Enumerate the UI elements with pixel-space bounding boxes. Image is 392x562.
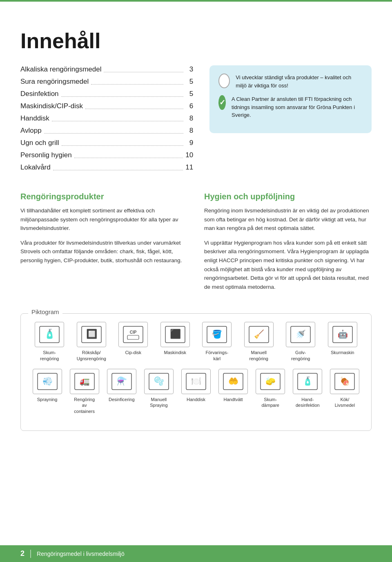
piktogram-item: ⚗️ Desinficering [104, 369, 139, 414]
piktogram-row2: 💨 Sprayning 🚛 Rengöring av containers ⚗️… [30, 369, 362, 414]
piktogram-icon-box: 🤲 [218, 369, 248, 394]
svg-text:🤖: 🤖 [337, 329, 347, 339]
piktogram-icon-box: 🧽 [256, 369, 285, 394]
toc-number: 5 [186, 78, 193, 86]
page-number: 2 [20, 549, 24, 558]
toc-dots [44, 133, 184, 134]
bottom-bar: 2 Rengöringsmedel i livsmedelsmiljö [0, 545, 392, 562]
left-para2: Våra produkter för livsmedelsindustrin t… [20, 239, 188, 265]
right-para1: Rengöring inom livsmedelsindustrin är en… [204, 206, 372, 233]
piktogram-label: Förvarings- kärl [205, 350, 228, 361]
svg-text:🍖: 🍖 [340, 376, 350, 386]
piktogram-item: ⬛ Maskindisk [156, 322, 195, 361]
toc-item: Maskindisk/CIP-disk 6 [20, 102, 193, 110]
piktogram-item: 🧽 Skum- dämpare [253, 369, 288, 414]
right-column: Hygien och uppföljning Rengöring inom li… [204, 192, 372, 297]
two-col-section: Rengöringsprodukter Vi tillhandahåller e… [20, 192, 372, 297]
toc-number: 8 [186, 127, 193, 135]
info-text: A Clean Partner är ansluten till FTI för… [232, 95, 363, 119]
svg-text:🚿: 🚿 [296, 329, 306, 339]
toc-label: Maskindisk/CIP-disk [20, 102, 83, 110]
left-heading: Rengöringsprodukter [20, 192, 188, 201]
toc-dots [74, 158, 183, 158]
svg-text:🔲: 🔲 [86, 328, 97, 339]
svg-text:⚗️: ⚗️ [116, 376, 127, 386]
toc-number: 11 [185, 163, 193, 172]
piktogram-label: Manuell Spraying [150, 397, 167, 408]
info-box: Vi utvecklar ständigt våra produkter – k… [209, 65, 372, 133]
info-text: Vi utvecklar ständigt våra produkter – k… [236, 74, 363, 89]
left-column: Rengöringsprodukter Vi tillhandahåller e… [20, 192, 188, 297]
toc-item: Alkaliska rengöringsmedel 3 [20, 65, 193, 74]
toc-label: Handdisk [20, 114, 49, 123]
piktogram-label: Hand- desinfektion [296, 397, 320, 408]
piktogram-label: Handtvätt [224, 397, 243, 402]
piktogram-item: 🔲 Rökskåp/ Ugnsrengöring [72, 322, 111, 361]
circle-green-icon: ✓ [218, 95, 226, 110]
toc-label: Sura rengöringsmedel [20, 78, 89, 86]
piktogram-label: Kök/ Livsmedel [335, 397, 355, 408]
svg-text:🍽️: 🍽️ [191, 376, 201, 386]
piktogram-label: Handdisk [187, 397, 205, 402]
toc-label: Personlig hygien [20, 151, 72, 159]
piktogram-icon-box: CIP [118, 322, 148, 347]
bottom-bar-text: Rengöringsmedel i livsmedelsmiljö [37, 551, 125, 557]
piktogram-label: Sprayning [37, 397, 58, 402]
piktogram-icon-box: 🪣 [202, 322, 232, 347]
toc-number: 3 [186, 65, 193, 74]
toc-dots [104, 72, 183, 72]
piktogram-label: Skurmaskin [331, 350, 354, 355]
svg-text:🪣: 🪣 [212, 329, 222, 339]
toc-label: Alkaliska rengöringsmedel [20, 65, 101, 74]
piktogram-label: Skum- dämpare [262, 397, 279, 408]
toc-number: 5 [186, 90, 193, 98]
piktogram-item: 🚿 Golv- rengöring [281, 322, 321, 361]
toc-label: Lokalvård [20, 163, 51, 172]
right-heading: Hygien och uppföljning [204, 192, 372, 201]
info-item: Vi utvecklar ständigt våra produkter – k… [218, 74, 363, 89]
piktogram-label: Rengöring av containers [74, 397, 95, 414]
right-para2: Vi upprättar Hygienprogram hos våra kund… [204, 239, 372, 292]
toc-dots [52, 121, 183, 121]
piktogram-icon-box: 🔲 [77, 322, 106, 347]
svg-text:💨: 💨 [42, 376, 52, 386]
piktogram-item: 🧹 Manuell rengöring [239, 322, 279, 361]
piktogram-icon-box: 🤖 [328, 322, 357, 347]
piktogram-section: Piktogram 🧴 Skum- rengöring 🔲 Rökskåp/ U… [20, 313, 372, 430]
toc-label: Avlopp [20, 127, 42, 135]
piktogram-icon-box: 🧴 [35, 322, 64, 347]
piktogram-item: CIP Cip-disk [114, 322, 153, 361]
left-para1: Vi tillhandahåller ett komplett sortimen… [20, 206, 188, 233]
top-decorative-line [0, 0, 392, 2]
toc-item: Personlig hygien 10 [20, 151, 193, 159]
page-title: Innehåll [20, 29, 372, 53]
toc-item: Avlopp 8 [20, 127, 193, 135]
toc-number: 9 [186, 139, 193, 147]
piktogram-item: 🧴 Hand- desinfektion [290, 369, 325, 414]
toc-item: Lokalvård 11 [20, 163, 193, 172]
toc-label: Ugn och grill [20, 139, 59, 147]
piktogram-icon-box: ⬛ [160, 322, 190, 347]
svg-text:🫧: 🫧 [154, 376, 164, 386]
svg-text:🧽: 🧽 [265, 376, 276, 386]
svg-text:🚛: 🚛 [79, 376, 89, 386]
toc-item: Sura rengöringsmedel 5 [20, 78, 193, 86]
piktogram-item: 🪣 Förvarings- kärl [197, 322, 237, 361]
toc-item: Desinfektion 5 [20, 90, 193, 98]
piktogram-item: 🍽️ Handdisk [178, 369, 213, 414]
toc-dots [91, 84, 183, 85]
toc-section: Alkaliska rengöringsmedel 3 Sura rengöri… [20, 65, 193, 176]
svg-rect-4 [123, 326, 143, 343]
toc-info-row: Alkaliska rengöringsmedel 3 Sura rengöri… [20, 65, 372, 176]
svg-rect-6 [127, 335, 139, 339]
piktogram-label: Rökskåp/ Ugnsrengöring [77, 350, 106, 361]
toc-dots [61, 96, 184, 97]
toc-item: Ugn och grill 9 [20, 139, 193, 147]
piktogram-item: 🚛 Rengöring av containers [67, 369, 102, 414]
bottom-bar-divider [30, 550, 31, 558]
piktogram-item: 🤲 Handtvätt [216, 369, 251, 414]
info-item: ✓ A Clean Partner är ansluten till FTI f… [218, 95, 363, 119]
page: Innehåll Alkaliska rengöringsmedel 3 Sur… [0, 0, 392, 562]
piktogram-icon-box: 🚿 [286, 322, 315, 347]
toc-item: Handdisk 8 [20, 114, 193, 123]
